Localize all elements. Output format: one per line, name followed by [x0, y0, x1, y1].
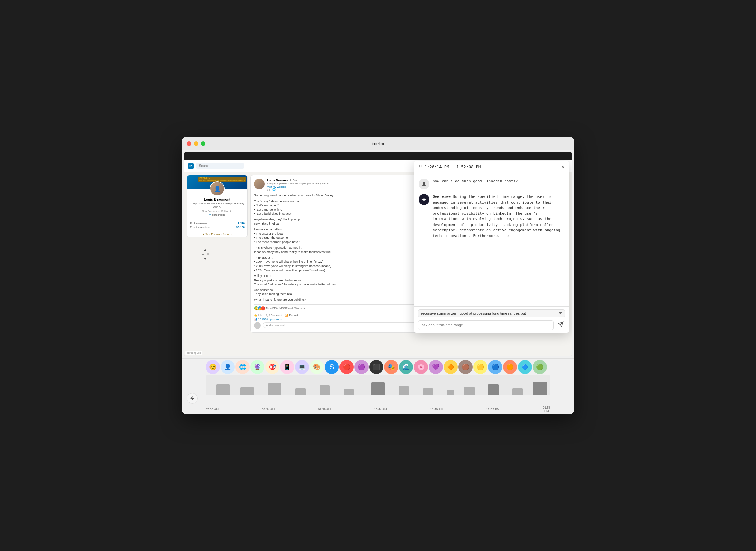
user-message-text: how can i do such good linkedin posts? [433, 179, 564, 184]
chat-send-button[interactable] [556, 320, 565, 330]
thumb-11[interactable]: 🟣 [354, 360, 369, 374]
timeline-label-7: 01:58 PM [543, 406, 550, 413]
thumb-4[interactable]: 🔮 [250, 360, 264, 374]
stat-profile-viewers: Profile viewers 1,310 [190, 221, 245, 225]
timeline-area: 😊 👤 🌐 🔮 🎯 📱 💻 🎨 S 🔴 🟣 ⬛ 🎭 🌊 🌸 💜 🔶 🟤 🟡 [182, 358, 574, 414]
thumb-13[interactable]: 🎭 [384, 360, 398, 374]
thumb-17[interactable]: 🔶 [444, 360, 458, 374]
ai-message-text: Overview During the specified time range… [433, 194, 564, 239]
profile-info: Louis Beaumont I help companies track em… [187, 196, 247, 219]
chat-message-ai: Overview During the specified time range… [419, 194, 564, 239]
thumb-12[interactable]: ⬛ [369, 360, 383, 374]
thumb-18[interactable]: 🟤 [458, 360, 473, 374]
thumb-1[interactable]: 😊 [206, 360, 220, 374]
chat-panel: ⠿ 1:26:14 PM - 1:52:08 PM × how can i do [414, 161, 569, 333]
profile-avatar: 👤 [210, 181, 225, 196]
profile-link: ✏ screenpipe [190, 213, 245, 216]
chat-time-range: 1:26:14 PM - 1:52:08 PM [425, 165, 481, 169]
chat-message-user: how can i do such good linkedin posts? [419, 179, 564, 189]
user-avatar-icon [419, 179, 429, 189]
thumb-22[interactable]: 🔷 [518, 360, 532, 374]
timeline-bar-1 [216, 384, 230, 395]
commenter-avatar [254, 322, 261, 329]
timeline-thumbnails: 😊 👤 🌐 🔮 🎯 📱 💻 🎨 S 🔴 🟣 ⬛ 🎭 🌊 🌸 💜 🔶 🟤 🟡 [182, 359, 574, 375]
flash-button[interactable] [187, 393, 198, 404]
chat-input-row [418, 320, 565, 330]
comment-button[interactable]: 💬 Comment [266, 314, 282, 317]
linkedin-search[interactable] [196, 163, 244, 169]
post-author-avatar [254, 179, 265, 189]
timeline-bar-3 [268, 383, 282, 395]
thumb-3[interactable]: 🌐 [235, 360, 250, 374]
thumb-19[interactable]: 🟡 [473, 360, 487, 374]
thumb-10[interactable]: 🔴 [339, 360, 354, 374]
model-selector[interactable]: recursive summarizer - good at processin… [418, 309, 565, 317]
timeline-label-3: 09:39 AM [318, 408, 331, 411]
timeline-bar-12 [488, 384, 499, 395]
timeline-bar-14 [533, 382, 547, 395]
watermark: screenpi.pe [185, 351, 202, 355]
main-content: ↺ in 🏠 Home 👥 [182, 150, 574, 414]
browser-area: in 🏠 Home 👥 My Network 💼 J [184, 152, 572, 356]
chat-header-left: ⠿ 1:26:14 PM - 1:52:08 PM [419, 164, 481, 170]
timeline-bar-11 [464, 387, 475, 395]
thumb-8[interactable]: 🎨 [310, 360, 324, 374]
thumb-6[interactable]: 📱 [280, 360, 294, 374]
chat-footer: recursive summarizer - good at processin… [414, 306, 569, 333]
like-button[interactable]: 👍 Like [254, 314, 263, 317]
chat-close-button[interactable]: × [561, 164, 564, 170]
avatar-image: 👤 [210, 182, 224, 195]
timeline-bar-2 [240, 387, 254, 395]
thumb-16[interactable]: 💜 [429, 360, 443, 374]
reaction-avatar-3: ❤️ [261, 306, 266, 311]
profile-stats: Profile viewers 1,310 Post impressions 3… [187, 219, 247, 231]
stat-post-impressions: Post impressions 33,160 [190, 225, 245, 229]
scroll-down-arrow[interactable]: ▼ [204, 257, 207, 261]
traffic-lights [187, 141, 205, 146]
thumb-20[interactable]: 🔵 [488, 360, 502, 374]
timeline-label-1: 07:30 AM [206, 408, 219, 411]
premium-features[interactable]: ★ Your Premium features [187, 231, 247, 237]
timeline-graph [206, 375, 550, 404]
linkedin-sidebar: PREMIUM get your dream job for the age o… [187, 175, 248, 333]
ai-avatar-icon [419, 194, 429, 205]
profile-card: PREMIUM get your dream job for the age o… [187, 175, 248, 237]
reaction-avatars: 😊 👍 ❤️ [254, 306, 264, 311]
thumb-23[interactable]: 🟢 [533, 360, 547, 374]
thumb-9[interactable]: S [325, 360, 339, 374]
drag-handle-icon: ⠿ [419, 164, 422, 170]
pencil-icon: ✏ [209, 213, 211, 216]
thumb-21[interactable]: 🟠 [503, 360, 517, 374]
timeline-bar-13 [512, 388, 523, 395]
chat-input[interactable] [418, 320, 554, 330]
thumb-5[interactable]: 🎯 [265, 360, 279, 374]
profile-location: San Francisco, California [190, 210, 245, 213]
timeline-bar-5 [320, 385, 330, 395]
minimize-button[interactable] [194, 141, 198, 146]
chart-icon: 📊 [254, 318, 257, 321]
timeline-bar-8 [399, 386, 409, 395]
main-window: timeline ↺ in 🏠 Home [182, 137, 574, 414]
chat-header: ⠿ 1:26:14 PM - 1:52:08 PM × [414, 161, 569, 174]
maximize-button[interactable] [201, 141, 205, 146]
timeline-bar-7 [371, 382, 385, 395]
thumb-2[interactable]: 👤 [221, 360, 235, 374]
timeline-label-4: 10:44 AM [374, 408, 387, 411]
timeline-label-6: 12:53 PM [486, 408, 500, 411]
timeline-bar-9 [423, 388, 433, 395]
thumb-14[interactable]: 🌊 [399, 360, 413, 374]
scroll-controls: ▲ scroll ▼ [202, 248, 209, 261]
repost-button[interactable]: 🔁 Repost [285, 314, 298, 317]
window-title: timeline [371, 141, 386, 146]
profile-name: Louis Beaumont [190, 198, 245, 201]
timeline-bar-4 [295, 388, 306, 395]
scroll-up-arrow[interactable]: ▲ [204, 248, 207, 251]
thumb-15[interactable]: 🌸 [414, 360, 428, 374]
linkedin-top-bar [184, 152, 572, 160]
timeline-label-5: 11:49 AM [430, 408, 443, 411]
close-button[interactable] [187, 141, 191, 146]
thumb-7[interactable]: 💻 [295, 360, 309, 374]
timeline-label-2: 08:34 AM [262, 408, 275, 411]
linkedin-logo: in [188, 163, 194, 169]
timeline-bar-6 [344, 389, 354, 395]
